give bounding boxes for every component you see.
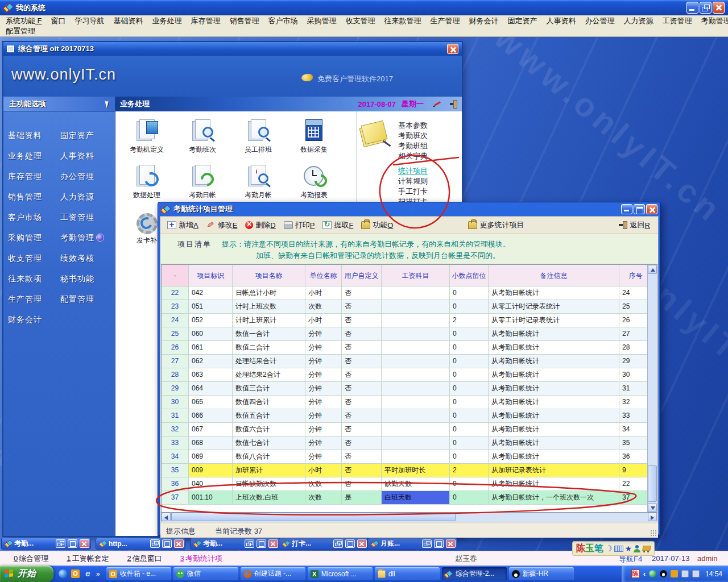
close-icon[interactable] bbox=[446, 539, 456, 548]
table-cell[interactable]: 加班累计 bbox=[233, 464, 305, 477]
table-cell[interactable]: 处理结果2合计 bbox=[233, 368, 305, 382]
table-cell[interactable]: 分钟 bbox=[305, 382, 342, 396]
table-cell[interactable]: 数值二合计 bbox=[233, 341, 305, 355]
table-cell[interactable]: 27 bbox=[162, 355, 189, 368]
table-cell[interactable]: 次数 bbox=[305, 477, 342, 491]
table-cell[interactable]: 0 bbox=[450, 382, 489, 396]
table-cell[interactable]: 否 bbox=[342, 286, 382, 300]
maximize-icon[interactable] bbox=[434, 539, 444, 548]
table-cell[interactable]: 计时上班累计 bbox=[233, 314, 305, 327]
table-cell[interactable]: 29 bbox=[162, 382, 189, 396]
menu-item-工资管理[interactable]: 工资管理 bbox=[658, 16, 697, 26]
column-header-项目名称[interactable]: 项目名称 bbox=[233, 265, 305, 286]
menu-item-财务会计[interactable]: 财务会计 bbox=[465, 16, 503, 26]
table-cell[interactable] bbox=[382, 341, 450, 355]
maximize-icon[interactable] bbox=[68, 539, 77, 548]
table-cell[interactable]: 否 bbox=[342, 314, 382, 327]
table-cell[interactable]: 分钟 bbox=[305, 341, 342, 355]
sidebar-item-人力资源[interactable]: 人力资源 bbox=[60, 190, 113, 203]
table-cell[interactable]: 上班次数.白班 bbox=[233, 491, 305, 505]
table-cell[interactable]: 分钟 bbox=[305, 436, 342, 450]
sidebar-item-收支管理[interactable]: 收支管理 bbox=[8, 252, 60, 264]
table-cell[interactable]: 37 bbox=[162, 491, 189, 505]
table-cell[interactable]: 060 bbox=[189, 327, 233, 341]
menu-item-收支管理[interactable]: 收支管理 bbox=[341, 16, 380, 26]
table-cell[interactable] bbox=[382, 436, 450, 450]
start-button[interactable]: 开始 bbox=[0, 566, 53, 582]
restore-icon[interactable] bbox=[700, 2, 712, 14]
pen-icon[interactable] bbox=[433, 100, 442, 108]
table-cell[interactable]: 否 bbox=[342, 341, 382, 355]
quick-link-相关字典[interactable]: 相关字典 bbox=[398, 151, 428, 161]
app-icon-考勤月帐[interactable]: 考勤月帐 bbox=[230, 164, 286, 200]
menu-item-客户市场[interactable]: 客户市场 bbox=[264, 16, 303, 26]
menu-item-采购管理[interactable]: 采购管理 bbox=[303, 16, 341, 26]
table-cell[interactable] bbox=[382, 368, 450, 382]
network-icon[interactable] bbox=[681, 570, 689, 577]
menu-item-库存管理[interactable]: 库存管理 bbox=[187, 16, 225, 26]
sidebar-item-人事资料[interactable]: 人事资料 bbox=[60, 149, 113, 162]
taskbar-button-创建话题 -...[interactable]: 创建话题 -... bbox=[241, 567, 305, 580]
table-cell[interactable]: 001.10 bbox=[189, 491, 233, 505]
sidebar-item-绩效考核[interactable]: 绩效考核 bbox=[60, 252, 113, 264]
table-cell[interactable]: 0 bbox=[450, 477, 489, 491]
app-icon-考勤日帐[interactable]: 考勤日帐 bbox=[175, 164, 230, 200]
table-cell[interactable] bbox=[382, 409, 450, 423]
toolbar-button-打印[interactable]: 打印P bbox=[280, 218, 318, 232]
window-list-item-信息窗口[interactable]: 2信息窗口 bbox=[127, 554, 162, 564]
table-cell[interactable]: 否 bbox=[342, 464, 382, 477]
table-cell[interactable]: 31 bbox=[162, 409, 189, 423]
table-cell[interactable]: 分钟 bbox=[305, 396, 342, 409]
media-player-icon[interactable] bbox=[59, 569, 67, 578]
table-cell[interactable] bbox=[382, 396, 450, 409]
table-cell[interactable]: 分钟 bbox=[305, 423, 342, 436]
menu-item-业务处理[interactable]: 业务处理 bbox=[148, 16, 187, 26]
restore-icon[interactable] bbox=[56, 539, 65, 548]
menu-item-销售管理[interactable]: 销售管理 bbox=[225, 16, 264, 26]
table-cell[interactable]: 从考勤日帐统计 bbox=[489, 327, 619, 341]
close-icon[interactable] bbox=[174, 539, 184, 548]
column-header-用户自定义[interactable]: 用户自定义 bbox=[342, 265, 382, 286]
taskbar-button-Microsoft ...[interactable]: Microsoft ... bbox=[308, 567, 373, 580]
sidebar-item-基础资料[interactable]: 基础资料 bbox=[8, 129, 60, 142]
restore-icon[interactable] bbox=[150, 539, 160, 548]
restore-icon[interactable] bbox=[333, 539, 343, 548]
sidebar-item-财务会计[interactable]: 财务会计 bbox=[8, 313, 60, 326]
table-cell[interactable]: 从考勤日帐统计 bbox=[489, 423, 619, 436]
close-icon[interactable] bbox=[80, 539, 89, 548]
table-cell[interactable] bbox=[382, 450, 450, 464]
table-cell[interactable]: 067 bbox=[189, 423, 233, 436]
column-header-工资科目[interactable]: 工资科目 bbox=[382, 265, 450, 286]
table-cell[interactable]: 数值八合计 bbox=[233, 450, 305, 464]
table-cell[interactable]: 0 bbox=[450, 409, 489, 423]
table-cell[interactable]: 次数 bbox=[305, 491, 342, 505]
table-cell[interactable]: 0 bbox=[450, 436, 489, 450]
table-cell[interactable]: 0 bbox=[450, 355, 489, 368]
menu-item-基础资料[interactable]: 基础资料 bbox=[109, 16, 148, 26]
table-cell[interactable]: 064 bbox=[189, 382, 233, 396]
taskbar-button-综合管理-2...[interactable]: 综合管理-2... bbox=[442, 567, 507, 580]
outlook-icon[interactable]: O bbox=[71, 569, 80, 578]
column-header-小数点留位[interactable]: 小数点留位 bbox=[450, 265, 489, 286]
vertical-scrollbar[interactable] bbox=[647, 265, 657, 512]
table-cell[interactable]: 042 bbox=[189, 286, 233, 300]
table-cell[interactable]: 0 bbox=[450, 300, 489, 314]
restore-icon[interactable] bbox=[422, 539, 432, 548]
sidebar-item-生产管理[interactable]: 生产管理 bbox=[8, 293, 60, 305]
table-cell[interactable]: 否 bbox=[342, 423, 382, 436]
table-cell[interactable]: 从考勤日帐统计，一个班次数一次 bbox=[489, 491, 619, 505]
table-cell[interactable]: 066 bbox=[189, 409, 233, 423]
menu-item-考勤管理[interactable]: 考勤管理 bbox=[697, 16, 728, 26]
menu-item-系统功能[interactable]: 系统功能 F bbox=[1, 16, 47, 26]
table-cell[interactable]: 040 bbox=[189, 477, 233, 491]
sidebar-item-往来款项[interactable]: 往来款项 bbox=[8, 272, 60, 285]
table-cell[interactable]: 0 bbox=[450, 450, 489, 464]
table-cell[interactable] bbox=[382, 314, 450, 327]
scroll-up-icon[interactable] bbox=[648, 265, 657, 274]
sidebar-item-销售管理[interactable]: 销售管理 bbox=[8, 190, 60, 203]
table-cell[interactable]: 051 bbox=[189, 300, 233, 314]
table-cell[interactable]: 068 bbox=[189, 436, 233, 450]
table-cell[interactable] bbox=[382, 423, 450, 436]
messenger-icon[interactable] bbox=[649, 570, 656, 577]
chevron-more-icon[interactable]: » bbox=[96, 570, 100, 578]
